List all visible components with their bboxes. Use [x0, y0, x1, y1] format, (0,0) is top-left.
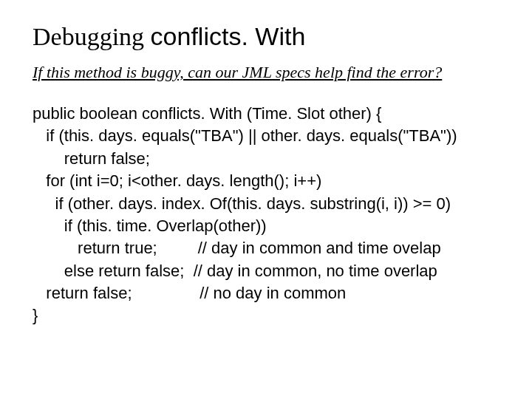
code-line: return false; — [33, 149, 150, 168]
title-part-serif: Debugging — [33, 23, 151, 50]
code-line: return true; // day in common and time o… — [33, 239, 441, 257]
title-part-sans: conflicts. With — [151, 22, 306, 50]
slide-title: Debugging conflicts. With — [33, 22, 504, 51]
slide-subtitle: If this method is buggy, can our JML spe… — [33, 63, 504, 82]
code-block: public boolean conflicts. With (Time. Sl… — [33, 103, 504, 327]
code-line: if (this. days. equals("TBA") || other. … — [33, 126, 457, 145]
code-line: public boolean conflicts. With (Time. Sl… — [33, 104, 381, 123]
code-line: } — [33, 306, 38, 324]
code-line: if (other. days. index. Of(this. days. s… — [33, 194, 451, 213]
code-line: return false; // no day in common — [33, 284, 346, 302]
code-line: else return false; // day in common, no … — [33, 262, 437, 280]
code-line: for (int i=0; i<other. days. length(); i… — [33, 171, 321, 190]
code-line: if (this. time. Overlap(other)) — [33, 216, 267, 235]
slide: Debugging conflicts. With If this method… — [0, 0, 532, 399]
